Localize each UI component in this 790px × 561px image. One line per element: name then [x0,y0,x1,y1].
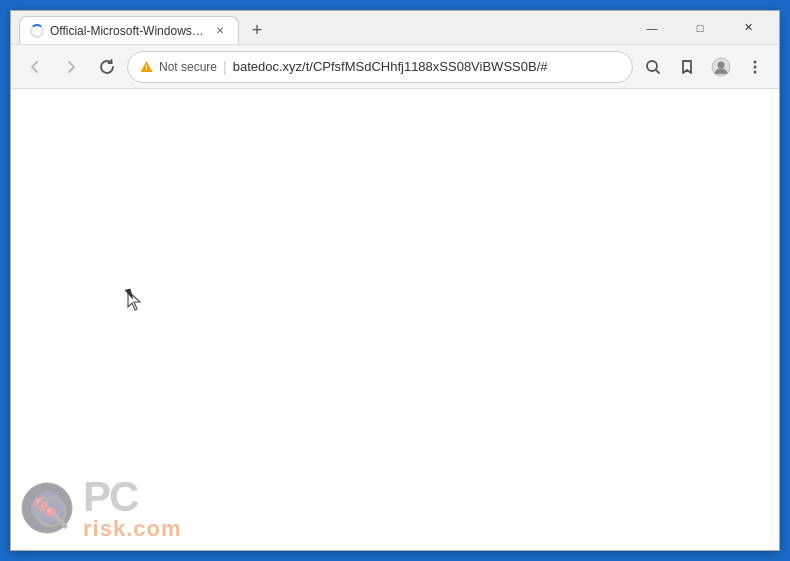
new-tab-button[interactable]: + [243,16,271,44]
menu-button[interactable] [739,51,771,83]
svg-point-4 [718,61,725,68]
reload-button[interactable] [91,51,123,83]
security-label: Not secure [159,60,217,74]
profile-icon [711,57,731,77]
search-icon [645,59,661,75]
svg-point-5 [754,60,757,63]
active-tab[interactable]: Official-Microsoft-Windows-Helk ✕ [19,16,239,44]
svg-point-6 [754,65,757,68]
bookmark-button[interactable] [671,51,703,83]
watermark: PC risk.com [21,476,182,540]
minimize-button[interactable]: — [629,14,675,42]
title-bar: Official-Microsoft-Windows-Helk ✕ + — □ … [11,11,779,45]
watermark-risk: risk.com [83,518,182,540]
tab-close-button[interactable]: ✕ [212,23,228,39]
browser-window: Official-Microsoft-Windows-Helk ✕ + — □ … [10,10,780,551]
tab-favicon-spinner [30,24,44,38]
reload-icon [99,59,115,75]
window-controls: — □ ✕ [629,14,771,42]
watermark-pc: PC [83,476,182,518]
forward-button[interactable] [55,51,87,83]
svg-text:!: ! [145,64,147,71]
profile-button[interactable] [705,51,737,83]
svg-line-2 [656,70,659,73]
svg-point-7 [754,70,757,73]
address-separator: | [223,59,227,75]
navigation-bar: ! Not secure | batedoc.xyz/t/CPfsfMSdCHh… [11,45,779,89]
close-button[interactable]: ✕ [725,14,771,42]
warning-triangle-icon: ! [140,60,153,73]
security-warning-icon: ! [140,60,153,73]
pcrisk-logo-icon [21,482,73,534]
address-bar[interactable]: ! Not secure | batedoc.xyz/t/CPfsfMSdCHh… [127,51,633,83]
content-area: PC risk.com [11,89,779,550]
menu-icon [747,59,763,75]
back-icon [27,59,43,75]
maximize-button[interactable]: □ [677,14,723,42]
bookmark-icon [679,59,695,75]
tab-area: Official-Microsoft-Windows-Helk ✕ + [19,11,621,44]
watermark-text: PC risk.com [83,476,182,540]
back-button[interactable] [19,51,51,83]
nav-right-icons [637,51,771,83]
tab-title: Official-Microsoft-Windows-Helk [50,24,206,38]
search-button[interactable] [637,51,669,83]
address-url: batedoc.xyz/t/CPfsfMSdCHhfj1188xSS08ViBW… [233,59,620,74]
forward-icon [63,59,79,75]
svg-point-13 [47,508,51,512]
